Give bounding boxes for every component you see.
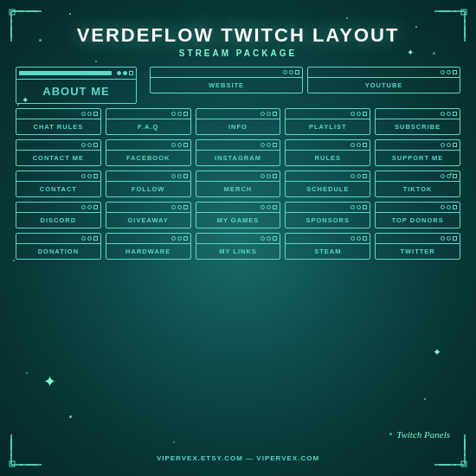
dot-1-follow <box>171 174 176 178</box>
schedule-panel[interactable]: SCHEDULE <box>285 170 370 197</box>
rules-panel[interactable]: RULES <box>285 139 370 166</box>
youtube-header <box>308 68 460 78</box>
dot-2-steam <box>357 236 361 241</box>
dot-2-follow <box>177 174 182 178</box>
dot-2-subscribe <box>447 112 451 116</box>
giveaway-header <box>106 203 190 213</box>
schedule-body: SCHEDULE <box>286 182 370 196</box>
contact-header <box>16 171 100 182</box>
sponsors-header <box>286 203 370 213</box>
follow-panel[interactable]: FOLLOW <box>106 170 191 197</box>
dot-1-info <box>261 112 265 116</box>
dot-1-giveaway <box>171 205 176 209</box>
merch-body: MERCH <box>196 182 280 196</box>
schedule-header <box>286 171 370 182</box>
my-games-label: MY GAMES <box>200 216 277 224</box>
youtube-label: YOUTUBE <box>312 81 456 89</box>
dot-1-instagram <box>261 143 265 147</box>
contact-label: CONTACT <box>20 185 97 193</box>
sq-twitter <box>453 236 457 241</box>
panels-container: ABOUT ME WEBSITE YOUTUBE <box>0 67 476 260</box>
donation-label: DONATION <box>20 248 97 255</box>
facebook-panel[interactable]: FACEBOOK <box>106 139 191 166</box>
dot-1-top-donors <box>441 205 445 209</box>
contact-me-panel[interactable]: CONTACT ME <box>16 139 101 166</box>
discord-panel[interactable]: DISCORD <box>16 202 101 228</box>
about-me-panel[interactable]: ABOUT ME <box>16 67 137 104</box>
sq-facebook <box>183 143 188 147</box>
about-me-body: ABOUT ME <box>16 80 136 103</box>
sparkle-1: ✦ <box>43 372 56 391</box>
sq-top-donors <box>453 205 457 209</box>
dot-1-sponsors <box>351 205 355 209</box>
dot-2-top-donors <box>447 205 451 209</box>
faq-panel[interactable]: F.A.Q <box>106 108 191 135</box>
panel-row-2: CONTACT ME FACEBOOK INSTAGRAM RULES SUPP… <box>16 139 460 166</box>
dot-2-my-games <box>267 205 271 209</box>
my-games-header <box>196 203 280 213</box>
twitter-panel[interactable]: TWITTER <box>375 233 460 260</box>
sq-support-me <box>453 143 457 147</box>
contact-me-body: CONTACT ME <box>16 151 100 165</box>
schedule-label: SCHEDULE <box>289 185 366 193</box>
contact-me-header <box>16 140 100 151</box>
w-sq <box>295 70 299 74</box>
dot-2-support-me <box>447 143 451 147</box>
sponsors-label: SPONSORS <box>289 216 366 224</box>
instagram-panel[interactable]: INSTAGRAM <box>196 139 281 166</box>
donation-panel[interactable]: DONATION <box>16 233 101 260</box>
merch-panel[interactable]: MERCH <box>196 170 281 197</box>
dot-1-my-games <box>261 205 265 209</box>
sq-discord <box>93 205 98 209</box>
website-panel[interactable]: WEBSITE <box>150 67 303 93</box>
giveaway-panel[interactable]: GIVEAWAY <box>106 202 191 228</box>
contact-panel[interactable]: CONTACT <box>16 170 101 197</box>
chat-rules-panel[interactable]: CHAT RULES <box>16 108 101 135</box>
header-dot-2 <box>123 71 127 75</box>
follow-body: FOLLOW <box>106 182 190 196</box>
generated-rows: CHAT RULES F.A.Q INFO PLAYLIST SUBSCRIBE… <box>16 108 460 260</box>
tiktok-body: TIKTOK <box>376 182 460 196</box>
top-donors-header <box>376 203 460 213</box>
playlist-panel[interactable]: PLAYLIST <box>285 108 370 135</box>
top-donors-body: TOP DONORS <box>376 213 460 228</box>
steam-header <box>286 234 370 244</box>
faq-label: F.A.Q <box>110 123 187 131</box>
rules-header <box>286 140 370 151</box>
my-links-panel[interactable]: MY LINKS <box>196 233 281 260</box>
support-me-panel[interactable]: SUPPORT ME <box>375 139 460 166</box>
dot-2-playlist <box>357 112 361 116</box>
chat-rules-header <box>16 109 100 119</box>
sq-hardware <box>183 236 188 241</box>
steam-panel[interactable]: STEAM <box>285 233 370 260</box>
dot-1-chat-rules <box>81 112 86 116</box>
hardware-panel[interactable]: HARDWARE <box>106 233 191 260</box>
twitter-body: TWITTER <box>376 244 460 259</box>
youtube-panel[interactable]: YOUTUBE <box>307 67 460 93</box>
dot-2-rules <box>357 143 361 147</box>
dot-2-giveaway <box>177 205 182 209</box>
info-body: INFO <box>196 119 280 134</box>
rules-body: RULES <box>286 151 370 165</box>
playlist-body: PLAYLIST <box>286 119 370 134</box>
sq-rules <box>363 143 367 147</box>
sq-sponsors <box>363 205 367 209</box>
merch-header <box>196 171 280 182</box>
sponsors-panel[interactable]: SPONSORS <box>285 202 370 228</box>
dot-1-discord <box>81 205 86 209</box>
tiktok-panel[interactable]: TIKTOK <box>375 170 460 197</box>
dot-2-info <box>267 112 271 116</box>
my-games-panel[interactable]: MY GAMES <box>196 202 281 228</box>
top-donors-panel[interactable]: TOP DONORS <box>375 202 460 228</box>
instagram-label: INSTAGRAM <box>200 154 277 162</box>
subscribe-panel[interactable]: SUBSCRIBE <box>375 108 460 135</box>
giveaway-label: GIVEAWAY <box>110 216 187 224</box>
tiktok-label: TIKTOK <box>379 185 456 193</box>
subscribe-label: SUBSCRIBE <box>379 123 456 131</box>
discord-label: DISCORD <box>20 216 97 224</box>
panel-row-0: ABOUT ME WEBSITE YOUTUBE <box>16 67 460 104</box>
twitch-panels-label: Twitch Panels <box>396 429 450 440</box>
sq-contact-me <box>93 143 98 147</box>
contact-body: CONTACT <box>16 182 100 196</box>
info-panel[interactable]: INFO <box>196 108 281 135</box>
